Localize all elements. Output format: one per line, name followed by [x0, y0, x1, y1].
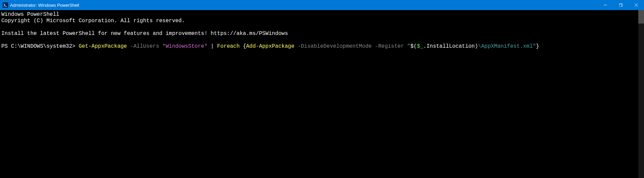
brace: }	[536, 43, 539, 49]
maximize-button[interactable]	[613, 0, 629, 10]
prompt: PS C:\WINDOWS\system32>	[1, 43, 78, 49]
argument: *WindowsStore*	[159, 43, 207, 49]
vertical-scrollbar[interactable]	[638, 10, 644, 178]
parameter: -AllUsers	[127, 43, 159, 49]
close-button[interactable]	[629, 0, 644, 10]
parameter: -DisableDevelopmentMode	[294, 43, 372, 49]
variable: $_	[417, 43, 423, 49]
string: \AppXManifest.xml"	[478, 43, 536, 49]
scrollbar-thumb[interactable]	[638, 10, 644, 24]
member-access: .InstallLocation	[423, 43, 475, 49]
pipe-operator: |	[208, 43, 217, 49]
terminal-area: Windows PowerShell Copyright (C) Microso…	[0, 10, 644, 178]
subexpr-close: )	[475, 43, 478, 49]
terminal-line: Install the latest PowerShell for new fe…	[1, 31, 288, 37]
cmdlet: Foreach	[217, 43, 239, 49]
subexpr-open: $(	[410, 43, 417, 49]
cmdlet: Get-AppxPackage	[78, 43, 127, 49]
terminal-output[interactable]: Windows PowerShell Copyright (C) Microso…	[0, 10, 638, 178]
svg-rect-3	[619, 4, 622, 7]
window-title: Administrator: Windows PowerShell	[10, 3, 79, 8]
terminal-line: Windows PowerShell	[1, 11, 59, 17]
terminal-line: Copyright (C) Microsoft Corporation. All…	[1, 18, 185, 24]
string: "	[404, 43, 410, 49]
powershell-icon	[3, 2, 8, 8]
parameter: -Register	[372, 43, 404, 49]
brace: {	[240, 43, 246, 49]
cmdlet: Add-AppxPackage	[246, 43, 294, 49]
minimize-button[interactable]	[598, 0, 613, 10]
window-controls	[598, 0, 644, 10]
window-titlebar[interactable]: Administrator: Windows PowerShell	[0, 0, 644, 10]
